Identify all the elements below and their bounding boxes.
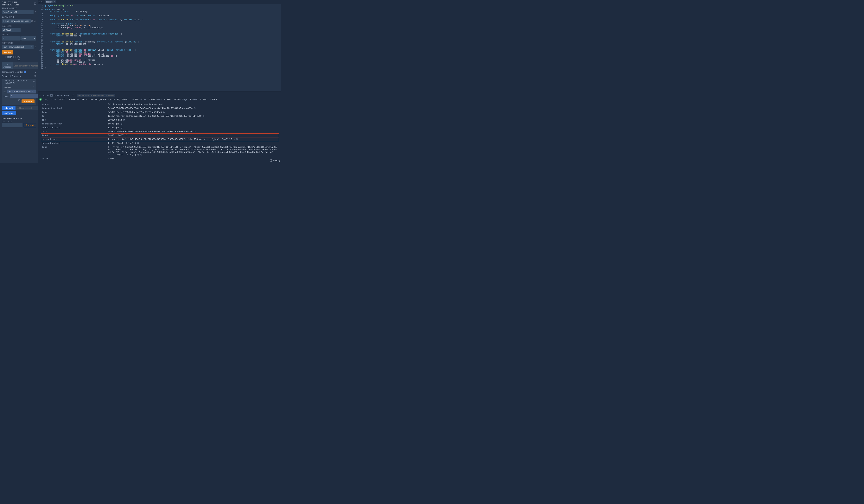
clear-icon[interactable]: [43, 94, 45, 97]
tx-summary[interactable]: [vm] from: 0x502...993e6 to: Test.transf…: [39, 98, 281, 101]
copy-icon[interactable]: [123, 119, 125, 121]
svg-rect-39: [138, 154, 139, 155]
svg-rect-36: [236, 139, 237, 140]
svg-rect-29: [121, 127, 122, 128]
chevron-down-icon[interactable]: ⌄: [3, 81, 4, 83]
copy-icon[interactable]: [19, 99, 20, 103]
deployed-contracts-label: Deployed Contracts: [2, 75, 21, 77]
collapse-icon[interactable]: [34, 2, 36, 4]
svg-rect-21: [164, 112, 165, 113]
zoom-in-icon[interactable]: [41, 1, 44, 3]
to-label: to:: [3, 90, 6, 93]
at-address-button[interactable]: At Address: [2, 62, 13, 69]
svg-line-14: [43, 2, 43, 3]
value-unit-select[interactable]: wei ▾: [21, 36, 36, 40]
svg-line-10: [40, 2, 40, 3]
info-icon[interactable]: i: [34, 46, 36, 48]
deploy-button[interactable]: Deploy: [2, 50, 13, 55]
calldata-label: CALLDATA: [2, 121, 36, 123]
copy-icon[interactable]: [194, 131, 196, 133]
copy-icon[interactable]: [203, 115, 205, 117]
contract-label: CONTRACT: [2, 42, 36, 44]
success-icon: [39, 98, 42, 101]
copy-icon[interactable]: [121, 127, 122, 129]
publish-ipfs-label: Publish to IPFS: [5, 56, 20, 58]
copy-icon[interactable]: [137, 154, 139, 156]
zoom-out-icon[interactable]: [38, 1, 40, 3]
value-input[interactable]: [10, 94, 38, 98]
trash-icon[interactable]: [34, 75, 36, 77]
copy-icon[interactable]: [33, 81, 35, 83]
to-input[interactable]: [7, 89, 36, 94]
transact-low-button[interactable]: Transact: [24, 123, 36, 127]
close-icon[interactable]: ×: [54, 1, 55, 3]
close-icon[interactable]: ×: [34, 78, 35, 81]
publish-ipfs-checkbox[interactable]: [2, 56, 4, 58]
instance-title: TEST AT 0XE2B...4C5F0 (MEMORY): [5, 80, 33, 84]
svg-rect-20: [194, 107, 195, 109]
or-label: OR: [2, 59, 36, 61]
copy-icon[interactable]: [137, 142, 139, 144]
chevron-up-icon: ⌃: [33, 86, 34, 88]
transactions-recorded[interactable]: Transactions recorded 2 ⌄: [2, 71, 36, 73]
copy-icon[interactable]: [125, 134, 128, 136]
svg-rect-25: [123, 119, 125, 121]
main-area: test.sol × 12 3▸ 456789 10▸ 11121314 15▸…: [38, 0, 282, 163]
deploy-run-panel: DEPLOY & RUN TRANSACTIONS ENVIRONMENT Ja…: [0, 0, 38, 163]
svg-rect-37: [138, 143, 139, 144]
copy-icon[interactable]: [194, 107, 196, 109]
transact-button[interactable]: transact: [22, 99, 35, 103]
at-address-input[interactable]: [13, 62, 38, 69]
svg-rect-4: [34, 81, 35, 82]
edit-icon[interactable]: [34, 20, 36, 22]
code-content: pragma solidity ^0.5.0; contract Test { …: [45, 4, 281, 91]
tx-details-table: status0x1 Transaction mined and executio…: [41, 103, 279, 160]
svg-line-18: [74, 96, 74, 96]
more-icon[interactable]: ⋮: [34, 117, 36, 120]
calldata-input[interactable]: [2, 123, 23, 127]
svg-rect-6: [19, 100, 20, 101]
chevron-down-icon: ▾: [28, 20, 29, 22]
svg-rect-30: [121, 127, 122, 128]
svg-rect-33: [126, 135, 128, 136]
info-icon[interactable]: i: [34, 11, 36, 13]
value-label: value:: [3, 95, 9, 97]
contract-select[interactable]: Test - browser/test.sol ▾: [2, 45, 34, 49]
env-select[interactable]: JavaScript VM ▾: [2, 10, 34, 14]
value-input[interactable]: [2, 36, 21, 40]
account-label: ACCOUNT: [2, 16, 12, 19]
line-gutter: 12 3▸ 456789 10▸ 11121314 15▸ 161718 19▸…: [38, 4, 45, 91]
svg-rect-35: [237, 139, 238, 140]
expand-icon[interactable]: [39, 94, 41, 97]
seebug-watermark: Seebug: [270, 159, 280, 162]
tx-search-input[interactable]: [76, 94, 115, 97]
totalsupply-button[interactable]: totalSupply: [2, 111, 16, 115]
svg-rect-40: [137, 154, 139, 155]
svg-rect-24: [203, 115, 204, 116]
gaslimit-input[interactable]: [2, 28, 21, 32]
gaslimit-label: GAS LIMIT: [2, 25, 36, 27]
listen-checkbox[interactable]: [50, 94, 52, 97]
copy-icon[interactable]: [236, 139, 238, 140]
chevron-down-icon: ▾: [32, 11, 32, 13]
copy-icon[interactable]: [163, 111, 165, 113]
tx-count-badge: 2: [24, 71, 26, 73]
fn-transfer[interactable]: transfer ⌃: [2, 85, 36, 89]
copy-icon[interactable]: [32, 20, 33, 22]
account-select[interactable]: 0x502...993e6 (99.9999999 ▾: [2, 19, 31, 23]
svg-rect-38: [137, 142, 139, 143]
value-label: VALUE: [2, 34, 36, 36]
terminal-panel: 0 listen on network [vm] from: 0x502...9…: [38, 93, 282, 163]
tab-testsol[interactable]: test.sol ×: [45, 0, 56, 3]
seebug-icon: [270, 159, 272, 162]
balanceof-button[interactable]: balanceOf: [2, 106, 15, 110]
copy-icon[interactable]: [140, 154, 142, 156]
svg-rect-3: [32, 21, 33, 22]
code-editor[interactable]: 12 3▸ 456789 10▸ 11121314 15▸ 161718 19▸…: [38, 4, 281, 92]
pending-count: 0: [47, 94, 48, 97]
plus-icon[interactable]: ✱: [13, 16, 14, 19]
balanceof-input[interactable]: [16, 106, 38, 110]
search-icon[interactable]: [73, 94, 75, 97]
copy-icon[interactable]: [121, 123, 122, 125]
svg-rect-42: [141, 154, 142, 155]
